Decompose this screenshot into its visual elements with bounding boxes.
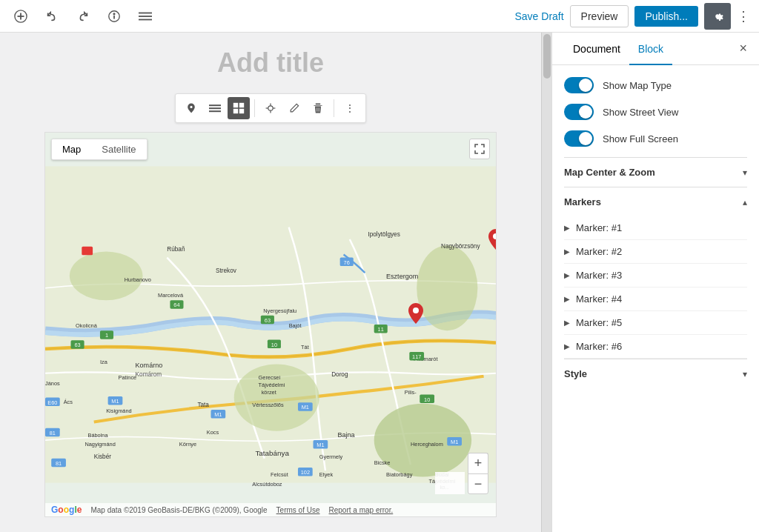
- settings-button[interactable]: [704, 3, 731, 30]
- svg-text:64: 64: [173, 302, 179, 308]
- info-button[interactable]: [102, 4, 126, 28]
- right-panel: Document Block × Show Map Type Show Stre…: [551, 33, 759, 532]
- toggle-street-view-label: Show Street View: [603, 107, 678, 118]
- toggle-full-screen-label: Show Full Screen: [603, 133, 678, 144]
- google-logo: Google: [51, 505, 82, 515]
- marker-3-label: Marker: #3: [576, 270, 622, 281]
- marker-item-5[interactable]: ▶ Marker: #5: [564, 311, 747, 335]
- svg-text:11: 11: [378, 326, 384, 333]
- toggle-full-screen[interactable]: [564, 130, 594, 147]
- svg-text:János: János: [45, 380, 60, 387]
- main-content: Add title: [0, 33, 759, 532]
- toolbar-delete-btn[interactable]: [307, 97, 329, 119]
- panel-close-button[interactable]: ×: [739, 41, 747, 56]
- section-map-center-zoom[interactable]: Map Center & Zoom ▾: [564, 157, 747, 187]
- map-zoom-controls: + −: [468, 453, 488, 494]
- svg-text:Tata: Tata: [197, 402, 209, 408]
- svg-text:Komárom: Komárom: [136, 371, 162, 378]
- map-fullscreen-button[interactable]: [469, 139, 490, 159]
- svg-text:E60: E60: [47, 399, 57, 406]
- svg-point-5: [113, 13, 115, 14]
- svg-text:M1: M1: [316, 442, 324, 448]
- page-title[interactable]: Add title: [44, 47, 497, 79]
- marker-1-label: Marker: #1: [576, 222, 622, 233]
- svg-text:Komárno: Komárno: [136, 362, 163, 369]
- svg-text:Nyergesújfalu: Nyergesújfalu: [263, 307, 296, 314]
- svg-text:Gerecsei: Gerecsei: [259, 374, 281, 381]
- toggle-street-view[interactable]: [564, 104, 594, 120]
- save-draft-button[interactable]: Save Draft: [514, 10, 563, 22]
- svg-text:M1: M1: [111, 398, 119, 405]
- menu-button[interactable]: [133, 4, 157, 28]
- section-style-title: Style: [564, 368, 587, 379]
- marker-item-3[interactable]: ▶ Marker: #3: [564, 264, 747, 287]
- svg-text:Tájvédelmi: Tájvédelmi: [259, 382, 285, 388]
- svg-rect-13: [239, 103, 244, 107]
- more-options-button[interactable]: ⋮: [737, 8, 750, 24]
- redo-button[interactable]: [71, 4, 95, 28]
- marker-item-1[interactable]: ▶ Marker: #1: [564, 216, 747, 240]
- svg-text:1: 1: [105, 332, 108, 339]
- svg-text:102: 102: [301, 469, 310, 476]
- svg-text:Herceghalom: Herceghalom: [411, 441, 443, 448]
- marker-item-4[interactable]: ▶ Marker: #4: [564, 287, 747, 311]
- preview-button[interactable]: Preview: [570, 5, 629, 27]
- map-tabs: Map Satellite: [51, 139, 148, 160]
- map-zoom-out-button[interactable]: −: [468, 473, 488, 494]
- publish-button[interactable]: Publish...: [634, 6, 698, 27]
- svg-text:Okolicná: Okolicná: [76, 322, 98, 329]
- svg-text:Biatorbágy: Biatorbágy: [386, 471, 413, 478]
- editor-inner: Add title: [0, 33, 551, 532]
- svg-rect-7: [139, 16, 152, 17]
- svg-text:Hurbanovo: Hurbanovo: [125, 276, 151, 283]
- svg-rect-11: [209, 110, 221, 112]
- marker-4-label: Marker: #4: [576, 293, 622, 305]
- map-report-link[interactable]: Report a map error.: [329, 506, 394, 514]
- svg-text:Környe: Környe: [179, 441, 196, 448]
- svg-text:117: 117: [412, 353, 421, 360]
- toolbar-edit-btn[interactable]: [283, 97, 305, 119]
- section-style[interactable]: Style ▾: [564, 359, 747, 388]
- svg-text:M1: M1: [214, 411, 222, 418]
- map-container[interactable]: Esztergom Komárno Komárom Dorog Bajna Ta…: [44, 132, 497, 517]
- svg-rect-8: [139, 19, 152, 20]
- svg-rect-9: [209, 104, 221, 106]
- section-markers[interactable]: Markers ▴: [564, 187, 747, 216]
- panel-header: Document Block ×: [552, 33, 759, 65]
- map-tab-satellite[interactable]: Satellite: [91, 139, 146, 159]
- marker-2-arrow: ▶: [564, 247, 570, 256]
- map-tab-map[interactable]: Map: [52, 139, 91, 159]
- toolbar-list-btn[interactable]: [204, 97, 226, 119]
- editor-area: Add title: [0, 33, 551, 532]
- map-marker-1[interactable]: [488, 229, 497, 253]
- block-toolbar: ⋮: [175, 93, 366, 123]
- svg-text:Iza: Iza: [100, 359, 108, 365]
- toggle-map-type[interactable]: [564, 77, 594, 93]
- undo-button[interactable]: [40, 4, 64, 28]
- scroll-indicator[interactable]: [541, 33, 551, 532]
- marker-item-2[interactable]: ▶ Marker: #2: [564, 240, 747, 264]
- svg-rect-15: [239, 109, 244, 113]
- map-zoom-in-button[interactable]: +: [468, 453, 488, 473]
- svg-rect-105: [82, 247, 93, 256]
- svg-text:Kisbér: Kisbér: [94, 453, 112, 460]
- add-button[interactable]: [9, 4, 33, 28]
- marker-4-arrow: ▶: [564, 295, 570, 303]
- map-data-text: Map data ©2019 GeoBasis-DE/BKG (©2009), …: [90, 506, 267, 514]
- panel-tab-document[interactable]: Document: [564, 33, 629, 65]
- toolbar-grid-btn[interactable]: [228, 97, 250, 119]
- section-style-chevron: ▾: [743, 369, 747, 379]
- map-marker-2[interactable]: [408, 303, 423, 327]
- svg-text:Patince: Patince: [119, 374, 137, 381]
- panel-tab-block[interactable]: Block: [629, 33, 672, 65]
- toolbar-location-btn[interactable]: [180, 97, 202, 119]
- svg-text:M1: M1: [302, 404, 309, 410]
- toolbar-more-btn[interactable]: ⋮: [339, 97, 361, 119]
- map-terms-link[interactable]: Terms of Use: [276, 506, 320, 514]
- marker-item-6[interactable]: ▶ Marker: #6: [564, 335, 747, 359]
- toolbar-pin-btn[interactable]: [259, 97, 282, 119]
- svg-text:10: 10: [271, 342, 277, 348]
- toggle-row-street-view: Show Street View: [564, 104, 747, 120]
- svg-text:Tatabánya: Tatabánya: [255, 449, 289, 457]
- map-footer: Google Map data ©2019 GeoBasis-DE/BKG (©…: [45, 503, 496, 516]
